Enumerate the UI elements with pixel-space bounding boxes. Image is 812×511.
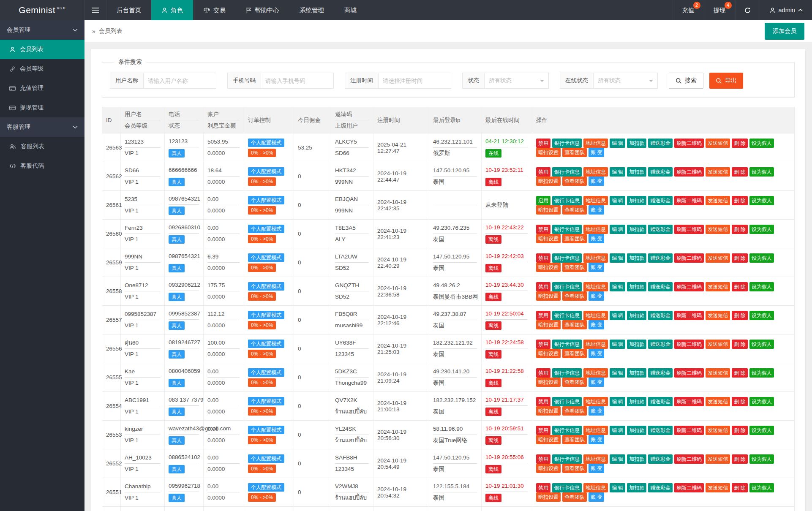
op-button-编辑[interactable]: 编 辑	[610, 282, 625, 291]
op-button-赠送彩金[interactable]: 赠送彩金	[648, 340, 673, 349]
op-button-地址信息[interactable]: 地址信息	[583, 368, 608, 378]
op-button-设为假人[interactable]: 设为假人	[749, 253, 774, 263]
op-button-银行卡信息[interactable]: 银行卡信息	[552, 340, 582, 349]
op-button-发送短信[interactable]: 发送短信	[706, 426, 730, 435]
op-button-账变[interactable]: 账 变	[589, 435, 604, 444]
op-button-银行卡信息[interactable]: 银行卡信息	[552, 253, 582, 263]
op-button-刷新二维码[interactable]: 刷新二维码	[674, 167, 704, 177]
op-button-地址信息[interactable]: 地址信息	[583, 454, 608, 464]
op-button-禁用[interactable]: 禁用	[536, 139, 550, 148]
sidebar-item-客服代码[interactable]: 客服代码	[0, 156, 84, 176]
op-button-编辑[interactable]: 编 辑	[610, 454, 625, 464]
op-button-编辑[interactable]: 编 辑	[610, 225, 625, 234]
order-rate-badge[interactable]: 0% - >0%	[248, 149, 276, 157]
op-button-设为假人[interactable]: 设为假人	[749, 368, 774, 378]
op-button-删除[interactable]: 删 除	[732, 454, 747, 464]
order-rate-badge[interactable]: 0% - >0%	[248, 493, 276, 502]
op-button-赠送彩金[interactable]: 赠送彩金	[648, 196, 673, 205]
op-button-账变[interactable]: 账 变	[589, 205, 604, 215]
order-rate-badge[interactable]: 0% - >0%	[248, 436, 276, 444]
op-button-刷新二维码[interactable]: 刷新二维码	[674, 139, 704, 148]
op-button-设为假人[interactable]: 设为假人	[749, 282, 774, 291]
op-button-设为假人[interactable]: 设为假人	[749, 225, 774, 234]
op-button-发送短信[interactable]: 发送短信	[706, 368, 730, 378]
top-nav-item-交易[interactable]: 交易	[193, 0, 236, 20]
op-button-银行卡信息[interactable]: 银行卡信息	[552, 426, 582, 435]
op-button-禁用[interactable]: 禁用	[536, 253, 550, 263]
op-button-地址信息[interactable]: 地址信息	[583, 225, 608, 234]
op-button-禁用[interactable]: 禁用	[536, 426, 550, 435]
op-button-查看团队[interactable]: 查看团队	[562, 234, 587, 243]
op-button-发送短信[interactable]: 发送短信	[706, 139, 730, 148]
op-button-暗扣设置[interactable]: 暗扣设置	[536, 148, 561, 157]
op-button-暗扣设置[interactable]: 暗扣设置	[536, 406, 561, 416]
op-button-刷新二维码[interactable]: 刷新二维码	[674, 311, 704, 320]
op-button-赠送彩金[interactable]: 赠送彩金	[648, 311, 673, 320]
op-button-暗扣设置[interactable]: 暗扣设置	[536, 435, 561, 444]
op-button-加扣款[interactable]: 加扣款	[627, 454, 646, 464]
op-button-编辑[interactable]: 编 辑	[610, 426, 625, 435]
op-button-查看团队[interactable]: 查看团队	[562, 205, 587, 215]
order-rate-badge[interactable]: 0% - >0%	[248, 292, 276, 301]
op-button-设为假人[interactable]: 设为假人	[749, 340, 774, 349]
op-button-账变[interactable]: 账 变	[589, 234, 604, 243]
op-button-设为假人[interactable]: 设为假人	[749, 139, 774, 148]
op-button-账变[interactable]: 账 变	[589, 349, 604, 358]
op-button-删除[interactable]: 删 除	[732, 282, 747, 291]
op-button-编辑[interactable]: 编 辑	[610, 368, 625, 378]
op-button-刷新二维码[interactable]: 刷新二维码	[674, 454, 704, 464]
op-button-赠送彩金[interactable]: 赠送彩金	[648, 397, 673, 406]
op-button-刷新二维码[interactable]: 刷新二维码	[674, 196, 704, 205]
search-button[interactable]: 搜索	[669, 73, 703, 89]
op-button-银行卡信息[interactable]: 银行卡信息	[552, 139, 582, 148]
order-mode-badge[interactable]: 个人配置模式	[248, 426, 284, 434]
op-button-禁用[interactable]: 禁用	[536, 397, 550, 406]
order-rate-badge[interactable]: 0% - >0%	[248, 350, 276, 358]
order-mode-badge[interactable]: 个人配置模式	[248, 139, 284, 147]
order-rate-badge[interactable]: 0% - >0%	[248, 235, 276, 243]
op-button-银行卡信息[interactable]: 银行卡信息	[552, 483, 582, 492]
op-button-删除[interactable]: 删 除	[732, 397, 747, 406]
refresh-button[interactable]	[735, 0, 760, 20]
op-button-发送短信[interactable]: 发送短信	[706, 282, 730, 291]
sidebar-item-客服列表[interactable]: 客服列表	[0, 137, 84, 156]
op-button-加扣款[interactable]: 加扣款	[627, 167, 646, 177]
op-button-发送短信[interactable]: 发送短信	[706, 196, 730, 205]
op-button-查看团队[interactable]: 查看团队	[562, 263, 587, 272]
op-button-暗扣设置[interactable]: 暗扣设置	[536, 492, 561, 502]
op-button-账变[interactable]: 账 变	[589, 492, 604, 502]
op-button-地址信息[interactable]: 地址信息	[583, 483, 608, 492]
op-button-刷新二维码[interactable]: 刷新二维码	[674, 225, 704, 234]
op-button-查看团队[interactable]: 查看团队	[562, 349, 587, 358]
op-button-禁用[interactable]: 禁用	[536, 167, 550, 177]
op-button-账变[interactable]: 账 变	[589, 320, 604, 329]
op-button-禁用[interactable]: 禁用	[536, 454, 550, 464]
op-button-银行卡信息[interactable]: 银行卡信息	[552, 196, 582, 205]
nav-shortcut-充值[interactable]: 充值2	[673, 0, 704, 20]
op-button-禁用[interactable]: 禁用	[536, 340, 550, 349]
op-button-查看团队[interactable]: 查看团队	[562, 320, 587, 329]
op-button-暗扣设置[interactable]: 暗扣设置	[536, 205, 561, 215]
op-button-账变[interactable]: 账 变	[589, 406, 604, 416]
op-button-查看团队[interactable]: 查看团队	[562, 291, 587, 301]
op-button-发送短信[interactable]: 发送短信	[706, 311, 730, 320]
op-button-刷新二维码[interactable]: 刷新二维码	[674, 397, 704, 406]
op-button-账变[interactable]: 账 变	[589, 263, 604, 272]
op-button-加扣款[interactable]: 加扣款	[627, 311, 646, 320]
op-button-查看团队[interactable]: 查看团队	[562, 378, 587, 387]
op-button-发送短信[interactable]: 发送短信	[706, 483, 730, 492]
op-button-禁用[interactable]: 禁用	[536, 282, 550, 291]
op-button-禁用[interactable]: 禁用	[536, 225, 550, 234]
op-button-银行卡信息[interactable]: 银行卡信息	[552, 282, 582, 291]
op-button-删除[interactable]: 删 除	[732, 483, 747, 492]
op-button-编辑[interactable]: 编 辑	[610, 196, 625, 205]
op-button-加扣款[interactable]: 加扣款	[627, 426, 646, 435]
add-member-button[interactable]: 添加会员	[765, 23, 804, 40]
search-input-注册时间[interactable]	[379, 73, 451, 89]
op-button-地址信息[interactable]: 地址信息	[583, 139, 608, 148]
top-nav-item-后台首页[interactable]: 后台首页	[106, 0, 151, 20]
op-button-编辑[interactable]: 编 辑	[610, 340, 625, 349]
op-button-删除[interactable]: 删 除	[732, 426, 747, 435]
op-button-暗扣设置[interactable]: 暗扣设置	[536, 320, 561, 329]
op-button-删除[interactable]: 删 除	[732, 167, 747, 177]
